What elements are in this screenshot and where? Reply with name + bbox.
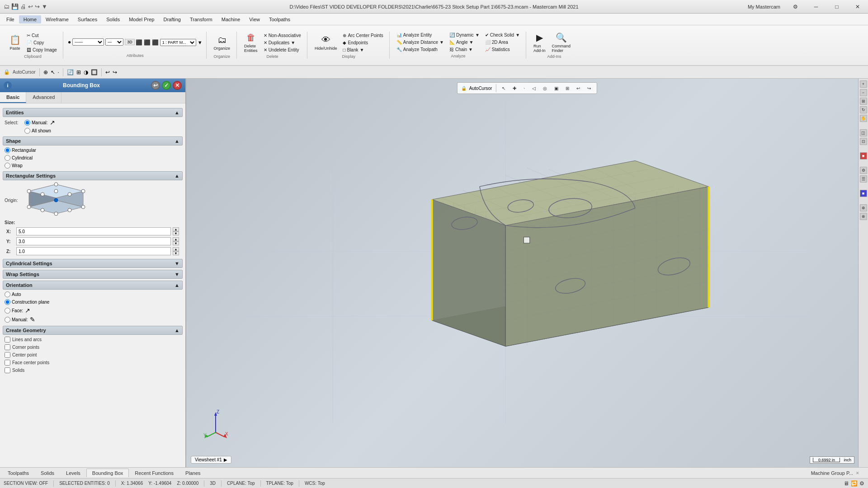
face-selector-icon[interactable]: ↗ bbox=[25, 307, 30, 314]
rp-red-btn[interactable]: ■ bbox=[860, 152, 867, 160]
undo-view-icon[interactable]: ↩ bbox=[105, 69, 110, 75]
menu-file[interactable]: File bbox=[2, 15, 19, 23]
close-btn[interactable]: ✕ bbox=[847, 0, 868, 14]
manual2-selector-icon[interactable]: ✎ bbox=[30, 316, 35, 323]
viewport[interactable]: 🔒 AutoCursor ↖ ✚ · ◁ ◎ ▣ ⊞ ↩ ↪ bbox=[186, 79, 868, 467]
rp-extra2[interactable]: ⊗ bbox=[860, 213, 867, 220]
blank-btn[interactable]: □ Blank ▼ bbox=[340, 47, 385, 53]
cursor-point-icon[interactable]: · bbox=[58, 69, 59, 75]
settings-icon[interactable]: ⚙ bbox=[785, 0, 806, 14]
y-spin-down[interactable]: ▼ bbox=[173, 241, 179, 245]
all-shown-radio-opt[interactable]: All shown bbox=[24, 128, 51, 134]
view-controls1[interactable]: 🔄 bbox=[67, 69, 74, 75]
rp-pan[interactable]: ✋ bbox=[860, 115, 867, 122]
face-radio-opt[interactable]: Face: bbox=[5, 308, 23, 314]
run-addin-button[interactable]: ▶ RunAdd-In bbox=[531, 32, 548, 53]
viewsheet-arrow[interactable]: ▶ bbox=[224, 457, 227, 462]
create-geometry-section-header[interactable]: Create Geometry ▲ bbox=[3, 326, 183, 335]
menu-solids[interactable]: Solids bbox=[102, 15, 124, 23]
undo-icon[interactable]: ↩ bbox=[28, 3, 33, 10]
x-spin-down[interactable]: ▼ bbox=[173, 231, 179, 235]
manual-radio[interactable] bbox=[24, 120, 30, 126]
construction-plane-radio-opt[interactable]: Construction plane bbox=[5, 299, 49, 305]
chain-btn[interactable]: ⛓ Chain ▼ bbox=[447, 46, 482, 53]
angle-btn[interactable]: 📐 Angle ▼ bbox=[447, 39, 482, 46]
tab-machine-group[interactable]: Machine Group P... ✕ bbox=[805, 469, 866, 477]
manual2-radio-opt[interactable]: Manual: bbox=[5, 317, 28, 323]
cut-button[interactable]: ✂ Cut bbox=[24, 32, 59, 39]
construction-plane-radio[interactable] bbox=[5, 299, 10, 305]
copy-button[interactable]: 📄 Copy bbox=[24, 39, 59, 46]
customize-icon[interactable]: ▼ bbox=[42, 3, 47, 10]
view-controls2[interactable]: ⊞ bbox=[76, 69, 81, 75]
part-select[interactable]: 1 : PART M... bbox=[160, 39, 196, 46]
menu-transform[interactable]: Transform bbox=[185, 15, 217, 23]
rp-zoom-in[interactable]: + bbox=[860, 80, 867, 88]
z-spin-up[interactable]: ▲ bbox=[173, 247, 179, 251]
non-associative-btn[interactable]: ✕ Non-Associative bbox=[261, 32, 303, 39]
delete-entities-button[interactable]: 🗑 DeleteEntities bbox=[241, 32, 260, 53]
tab-solids[interactable]: Solids bbox=[35, 469, 60, 477]
machine-group-close[interactable]: ✕ bbox=[855, 470, 860, 476]
manual-radio-opt[interactable]: Manual: bbox=[24, 120, 48, 126]
menu-machine[interactable]: Machine bbox=[217, 15, 245, 23]
analyze-distance-btn[interactable]: 📏 Analyze Distance ▼ bbox=[394, 39, 446, 46]
cyl-settings-section-header[interactable]: Cylindrical Settings ▼ bbox=[3, 259, 183, 268]
tab-advanced[interactable]: Advanced bbox=[26, 92, 61, 103]
y-spin-up[interactable]: ▲ bbox=[173, 237, 179, 241]
line-type-select[interactable]: —— bbox=[72, 38, 104, 46]
rp-settings[interactable]: ⚙ bbox=[860, 167, 867, 174]
selector-icon[interactable]: ↗ bbox=[50, 119, 55, 126]
view-controls3[interactable]: ◑ bbox=[84, 69, 88, 75]
cylindrical-radio[interactable] bbox=[5, 155, 10, 161]
x-spin-up[interactable]: ▲ bbox=[173, 227, 179, 231]
menu-toolpaths[interactable]: Toolpaths bbox=[264, 15, 295, 23]
paste-button[interactable]: 📋 Paste bbox=[6, 32, 24, 53]
print-icon[interactable]: 🖨 bbox=[20, 3, 26, 10]
rp-view1[interactable]: ◫ bbox=[860, 129, 867, 136]
line-weight-select[interactable]: — bbox=[105, 38, 123, 46]
tab-basic[interactable]: Basic bbox=[0, 92, 26, 103]
tab-toolpaths[interactable]: Toolpaths bbox=[2, 469, 35, 477]
panel-help-icon[interactable]: i bbox=[4, 81, 12, 89]
menu-model-prep[interactable]: Model Prep bbox=[124, 15, 159, 23]
tab-planes[interactable]: Planes bbox=[179, 469, 207, 477]
all-shown-radio[interactable] bbox=[24, 128, 30, 134]
y-input[interactable] bbox=[16, 237, 171, 245]
rp-view2[interactable]: ⊡ bbox=[860, 138, 867, 145]
back-button[interactable]: ↩ bbox=[151, 81, 160, 90]
center-point-check[interactable] bbox=[5, 352, 10, 358]
save-icon[interactable]: 💾 bbox=[11, 3, 19, 10]
x-input[interactable] bbox=[16, 227, 171, 235]
menu-view[interactable]: View bbox=[245, 15, 264, 23]
arc-center-btn[interactable]: ⊕ Arc Center Points bbox=[340, 32, 385, 39]
two-d-area-btn[interactable]: ⬜ 2D Area bbox=[483, 39, 522, 46]
minimize-btn[interactable]: ─ bbox=[806, 0, 826, 14]
manual2-radio[interactable] bbox=[5, 317, 10, 323]
face-center-points-check[interactable] bbox=[5, 360, 10, 366]
rp-layers[interactable]: ☰ bbox=[860, 175, 867, 183]
organize-button[interactable]: 🗂 Organize bbox=[211, 32, 233, 53]
dynamic-btn[interactable]: 🔄 Dynamic ▼ bbox=[447, 32, 482, 38]
menu-surfaces[interactable]: Surfaces bbox=[73, 15, 102, 23]
menu-drafting[interactable]: Drafting bbox=[159, 15, 185, 23]
tab-bounding-box[interactable]: Bounding Box bbox=[86, 469, 129, 477]
my-mastercam-btn[interactable]: My Mastercam bbox=[743, 0, 785, 14]
z-spin-down[interactable]: ▼ bbox=[173, 251, 179, 255]
undelete-btn[interactable]: ✕ Undelete Entity bbox=[261, 47, 303, 53]
wrap-radio[interactable] bbox=[5, 163, 10, 169]
command-finder-button[interactable]: 🔍 CommandFinder bbox=[549, 32, 574, 53]
analyze-toolpath-btn[interactable]: 🔧 Analyze Toolpath bbox=[394, 46, 446, 53]
view-controls4[interactable]: 🔲 bbox=[91, 69, 98, 75]
cursor-snap-icon[interactable]: ⊕ bbox=[43, 69, 48, 75]
tab-recent-functions[interactable]: Recent Functions bbox=[129, 469, 179, 477]
rp-zoom-out[interactable]: − bbox=[860, 89, 867, 96]
face-radio[interactable] bbox=[5, 308, 10, 314]
menu-wireframe[interactable]: Wireframe bbox=[41, 15, 73, 23]
auto-radio[interactable] bbox=[5, 291, 10, 297]
menu-home[interactable]: Home bbox=[19, 15, 41, 23]
maximize-btn[interactable]: □ bbox=[826, 0, 847, 14]
rp-fit[interactable]: ⊞ bbox=[860, 98, 867, 105]
endpoints-btn[interactable]: ◆ Endpoints bbox=[340, 39, 385, 46]
check-solid-btn[interactable]: ✔ Check Solid ▼ bbox=[483, 32, 522, 38]
